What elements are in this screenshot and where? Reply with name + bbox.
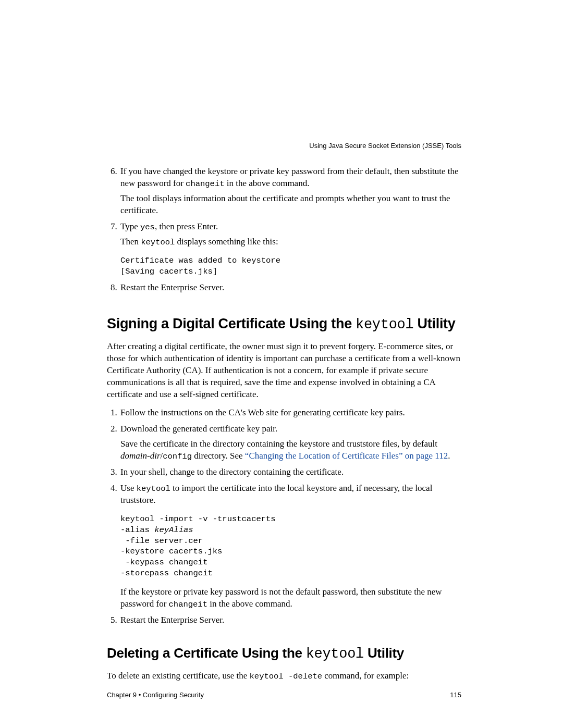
inline-code: keytool bbox=[141, 238, 175, 247]
text: -file server.cer -keystore cacerts.jks -… bbox=[120, 536, 222, 578]
text: To delete an existing certificate, use t… bbox=[107, 671, 250, 681]
heading-deleting: Deleting a Certificate Using the keytool… bbox=[107, 645, 461, 662]
running-head: Using Java Secure Socket Extension (JSSE… bbox=[309, 142, 461, 150]
cross-reference-link[interactable]: “Changing the Location of Certificate Fi… bbox=[245, 451, 448, 461]
text: The tool displays information about the … bbox=[120, 193, 461, 217]
text: keytool -import -v -trustcacerts -alias bbox=[120, 514, 276, 535]
list-item: Follow the instructions on the CA's Web … bbox=[119, 407, 461, 419]
text: Download the generated certificate key p… bbox=[120, 424, 277, 434]
text: Follow the instructions on the CA's Web … bbox=[120, 408, 405, 417]
inline-code: keytool bbox=[306, 646, 364, 662]
italic-text: keyAlias bbox=[154, 525, 193, 535]
list-item: In your shell, change to the directory c… bbox=[119, 466, 461, 478]
page-footer: Chapter 9 • Configuring Security 115 bbox=[107, 691, 461, 699]
text: displays something like this: bbox=[175, 237, 278, 246]
list-item: Use keytool to import the certificate in… bbox=[119, 483, 461, 610]
text: Save the certificate in the directory co… bbox=[120, 438, 461, 462]
steps-list-2: Follow the instructions on the CA's Web … bbox=[107, 407, 461, 626]
list-item: Type yes, then press Enter. Then keytool… bbox=[119, 221, 461, 277]
text: Restart the Enterprise Server. bbox=[120, 615, 224, 625]
inline-code: keytool bbox=[137, 484, 170, 493]
list-item: Download the generated certificate key p… bbox=[119, 423, 461, 462]
paragraph: To delete an existing certificate, use t… bbox=[107, 670, 461, 682]
text: Utility bbox=[413, 316, 455, 331]
paragraph: After creating a digital certificate, th… bbox=[107, 341, 461, 401]
code-block: keytool -import -v -trustcacerts -alias … bbox=[120, 514, 461, 579]
inline-code: config bbox=[163, 452, 192, 461]
footer-chapter: Chapter 9 • Configuring Security bbox=[107, 691, 204, 699]
italic-text: domain-dir bbox=[120, 451, 161, 461]
text: Restart the Enterprise Server. bbox=[120, 282, 224, 292]
heading-signing: Signing a Digital Certificate Using the … bbox=[107, 316, 461, 332]
code-block: Certificate was added to keystore [Savin… bbox=[120, 255, 461, 277]
text: In your shell, change to the directory c… bbox=[120, 467, 344, 477]
text: directory. See bbox=[192, 451, 245, 461]
text: Then bbox=[120, 237, 141, 246]
text: Deleting a Certificate Using the bbox=[107, 645, 306, 661]
text: Signing a Digital Certificate Using the bbox=[107, 316, 356, 331]
inline-code: yes bbox=[140, 223, 155, 232]
list-item: Restart the Enterprise Server. bbox=[119, 614, 461, 626]
text: . bbox=[448, 451, 450, 461]
text: Save the certificate in the directory co… bbox=[120, 439, 437, 449]
text: in the above command. bbox=[207, 599, 292, 609]
list-item: Restart the Enterprise Server. bbox=[119, 282, 461, 294]
text: If the keystore or private key password … bbox=[120, 586, 461, 610]
inline-code: changeit bbox=[186, 179, 224, 189]
inline-code: changeit bbox=[169, 600, 207, 609]
inline-code: keytool bbox=[356, 317, 413, 332]
text: Use bbox=[120, 483, 137, 493]
text: , then press Enter. bbox=[155, 221, 218, 231]
list-item: If you have changed the keystore or priv… bbox=[119, 166, 461, 217]
text: Type bbox=[120, 221, 140, 231]
text: Then keytool displays something like thi… bbox=[120, 236, 461, 248]
text: in the above command. bbox=[225, 178, 310, 188]
footer-page-number: 115 bbox=[450, 691, 461, 699]
text: Utility bbox=[364, 645, 404, 661]
steps-list-1: If you have changed the keystore or priv… bbox=[107, 166, 461, 294]
text: command, for example: bbox=[322, 671, 409, 681]
inline-code: keytool -delete bbox=[250, 672, 323, 681]
page-content: If you have changed the keystore or priv… bbox=[0, 0, 563, 720]
